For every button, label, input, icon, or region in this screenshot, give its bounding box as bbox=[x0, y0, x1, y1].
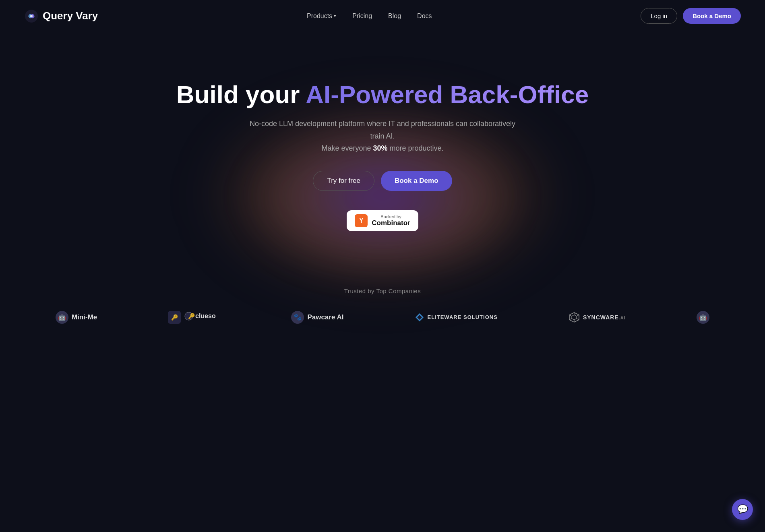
navbar: Query Vary Products ▾ Pricing Blog Docs … bbox=[0, 0, 765, 32]
logo[interactable]: Query Vary bbox=[24, 9, 98, 23]
logo-text: Query Vary bbox=[43, 10, 98, 22]
hero-section: Build your AI-Powered Back-Office No-cod… bbox=[0, 32, 765, 255]
chevron-down-icon: ▾ bbox=[334, 13, 336, 19]
nav-actions: Log in Book a Demo bbox=[641, 8, 741, 24]
company-logo-syncware: SYNCWARE.AI bbox=[569, 312, 626, 323]
svg-text:clueso: clueso bbox=[195, 313, 216, 319]
book-demo-nav-button[interactable]: Book a Demo bbox=[683, 8, 741, 24]
chat-widget-button[interactable]: 💬 bbox=[732, 499, 753, 520]
nav-item-docs[interactable]: Docs bbox=[417, 12, 432, 19]
yc-logo: Y bbox=[355, 214, 368, 227]
trusted-section: Trusted by Top Companies 🤖 Mini-Me 🔑 🔑 c… bbox=[0, 255, 765, 348]
yc-badge[interactable]: Y Backed by Combinator bbox=[347, 210, 418, 231]
company-logo-clueso: 🔑 🔑 clueso bbox=[168, 311, 220, 324]
try-free-button[interactable]: Try for free bbox=[313, 171, 374, 191]
syncware-name: SYNCWARE.AI bbox=[583, 314, 626, 321]
nav-item-pricing[interactable]: Pricing bbox=[352, 12, 372, 19]
eliteware-icon bbox=[415, 313, 424, 322]
svg-marker-8 bbox=[572, 315, 577, 320]
company-logo-minime-1: 🤖 Mini-Me bbox=[56, 311, 97, 324]
chat-icon: 💬 bbox=[737, 504, 748, 515]
clueso-icon: 🔑 bbox=[168, 311, 181, 324]
logo-icon bbox=[24, 9, 39, 23]
yc-backed-label: Backed by bbox=[372, 214, 410, 219]
minime-icon-2: 🤖 bbox=[697, 311, 709, 324]
nav-links: Products ▾ Pricing Blog Docs bbox=[307, 12, 432, 20]
hero-buttons: Try for free Book a Demo bbox=[176, 171, 589, 191]
hero-title: Build your AI-Powered Back-Office bbox=[176, 80, 589, 109]
pawcare-icon: 🐾 bbox=[291, 311, 304, 324]
company-logo-pawcare: 🐾 Pawcare AI bbox=[291, 311, 343, 324]
pawcare-name: Pawcare AI bbox=[307, 313, 343, 321]
company-logos-row: 🤖 Mini-Me 🔑 🔑 clueso 🐾 Pawcare AI ELIT bbox=[24, 311, 741, 324]
syncware-icon bbox=[569, 312, 580, 323]
svg-line-11 bbox=[577, 319, 579, 320]
svg-line-10 bbox=[577, 315, 579, 316]
clueso-name: 🔑 clueso bbox=[184, 311, 220, 324]
hero-content: Build your AI-Powered Back-Office No-cod… bbox=[176, 80, 589, 231]
nav-item-products[interactable]: Products ▾ bbox=[307, 12, 336, 20]
company-logo-minime-2: 🤖 bbox=[697, 311, 709, 324]
clueso-svg: 🔑 clueso bbox=[184, 311, 220, 322]
hero-subtitle: No-code LLM development platform where I… bbox=[246, 118, 519, 155]
yc-text: Backed by Combinator bbox=[372, 214, 410, 227]
minime-name-1: Mini-Me bbox=[72, 313, 97, 321]
hero-title-accent: AI-Powered Back-Office bbox=[306, 81, 589, 108]
book-demo-hero-button[interactable]: Book a Demo bbox=[381, 171, 452, 191]
svg-line-14 bbox=[569, 315, 572, 316]
svg-line-13 bbox=[569, 319, 572, 320]
svg-text:🔑: 🔑 bbox=[188, 313, 195, 320]
yc-combinator-label: Combinator bbox=[372, 219, 410, 227]
nav-item-blog[interactable]: Blog bbox=[388, 12, 401, 19]
login-button[interactable]: Log in bbox=[641, 8, 677, 24]
svg-point-1 bbox=[30, 15, 33, 17]
minime-icon-1: 🤖 bbox=[56, 311, 68, 324]
eliteware-name: ELITEWARE SOLUTIONS bbox=[428, 314, 498, 320]
trusted-title: Trusted by Top Companies bbox=[24, 288, 741, 294]
company-logo-eliteware: ELITEWARE SOLUTIONS bbox=[415, 313, 498, 322]
